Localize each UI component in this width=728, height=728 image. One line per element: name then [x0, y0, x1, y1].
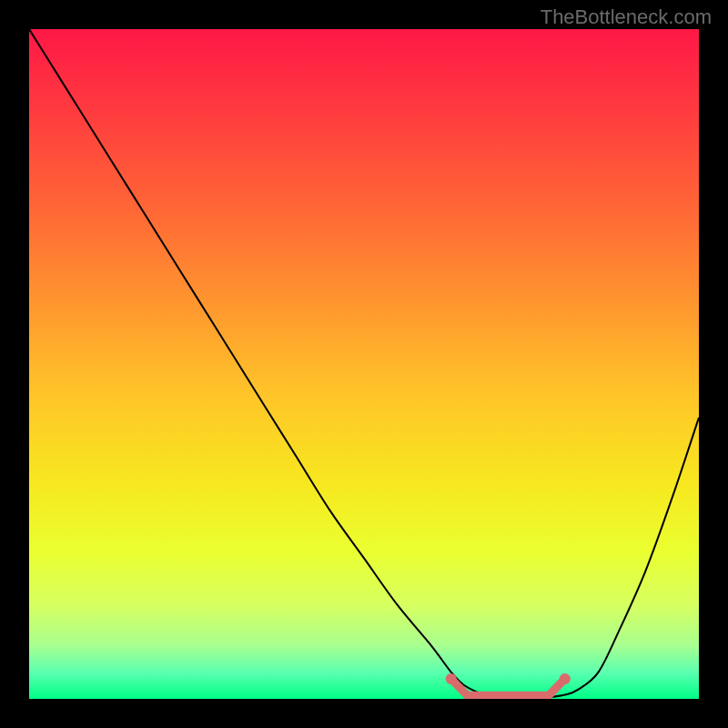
- svg-point-0: [446, 673, 457, 684]
- svg-point-1: [560, 673, 571, 684]
- chart-svg: [29, 29, 699, 699]
- bottleneck-curve: [29, 29, 699, 698]
- chart-plot-area: [29, 29, 699, 699]
- attribution-text: TheBottleneck.com: [541, 5, 712, 29]
